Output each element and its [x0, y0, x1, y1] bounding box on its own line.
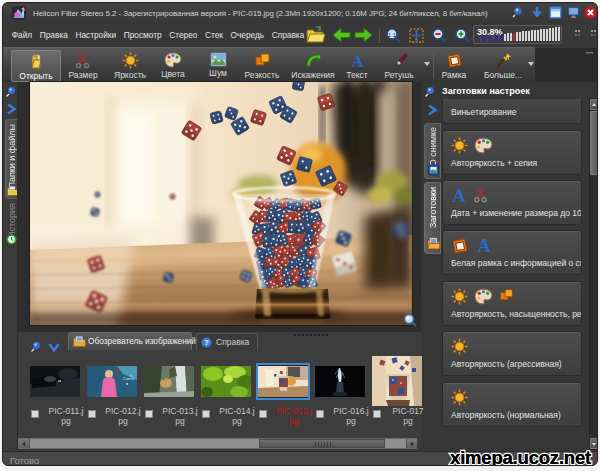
svg-text:A: A — [478, 237, 491, 255]
svg-text:A: A — [453, 187, 466, 205]
svg-text:ximepa.ucoz.net: ximepa.ucoz.net — [450, 447, 591, 466]
svg-text:A: A — [351, 52, 364, 69]
svg-text:Camill: Camill — [123, 376, 134, 381]
svg-text:1:1: 1:1 — [388, 32, 397, 38]
svg-text:?: ? — [204, 338, 209, 347]
